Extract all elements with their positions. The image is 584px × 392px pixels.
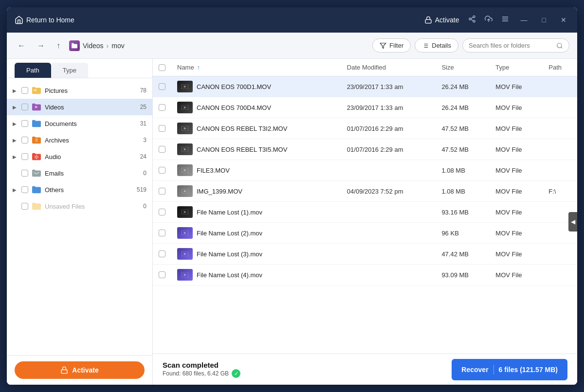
row-type-cell: MOV File xyxy=(490,181,543,202)
close-button[interactable]: ✕ xyxy=(558,14,569,26)
scroll-arrow[interactable]: ◀ xyxy=(568,212,577,232)
folder-archives-icon xyxy=(31,136,42,144)
row-checkbox[interactable] xyxy=(159,146,165,153)
table-row[interactable]: CANON EOS REBEL T3I5.MOV 01/07/2016 2:29… xyxy=(153,139,577,160)
table-row[interactable]: File Name Lost (4).mov 93.09 MB MOV File xyxy=(153,265,577,285)
minimize-button[interactable]: — xyxy=(518,14,530,26)
breadcrumb-parent[interactable]: Videos xyxy=(83,42,104,50)
filter-button[interactable]: Filter xyxy=(372,38,411,53)
th-size[interactable]: Size xyxy=(436,59,490,76)
filter-icon xyxy=(380,42,386,49)
table-header-row: Name ↑ Date Modified Size T xyxy=(153,59,577,76)
row-checkbox-cell xyxy=(153,97,171,118)
share-icon[interactable] xyxy=(468,15,476,25)
row-size-cell: 1.08 MB xyxy=(436,181,490,202)
sidebar-item-emails[interactable]: ▶ Emails 0 xyxy=(7,165,152,181)
th-name[interactable]: Name ↑ xyxy=(171,59,341,76)
row-checkbox[interactable] xyxy=(159,271,165,278)
sidebar-item-unsaved[interactable]: ▶ Unsaved Files 0 xyxy=(7,198,152,214)
home-icon xyxy=(15,16,23,24)
check-audio[interactable] xyxy=(21,153,28,160)
svg-rect-0 xyxy=(425,19,431,23)
back-button[interactable]: ← xyxy=(15,39,28,52)
table-row[interactable]: File Name Lost (1).mov 93.16 MB MOV File xyxy=(153,202,577,223)
sidebar-item-pictures[interactable]: ▶ Pictures 78 xyxy=(7,82,152,99)
film-icon xyxy=(182,251,188,256)
sidebar-item-audio[interactable]: ▶ Audio 24 xyxy=(7,148,152,165)
upload-icon[interactable] xyxy=(485,15,493,25)
file-size: 47.42 MB xyxy=(441,250,469,258)
row-checkbox[interactable] xyxy=(159,83,165,90)
count-videos: 25 xyxy=(140,104,146,110)
sidebar: Path Type ▶ Pictures 78 xyxy=(7,59,153,385)
check-archives[interactable] xyxy=(21,137,28,143)
search-input[interactable] xyxy=(469,42,553,49)
file-rows: CANON EOS 700D1.MOV 23/09/2017 1:33 am 2… xyxy=(153,76,577,285)
row-path-cell xyxy=(543,76,577,97)
check-videos[interactable] xyxy=(21,104,28,110)
svg-line-18 xyxy=(561,47,563,48)
svg-marker-25 xyxy=(184,85,187,88)
table-row[interactable]: File Name Lost (2).mov 96 KB MOV File xyxy=(153,223,577,244)
sidebar-item-documents[interactable]: ▶ Documents 31 xyxy=(7,115,152,132)
check-emails[interactable] xyxy=(21,170,28,177)
sidebar-item-others[interactable]: ▶ Others 519 xyxy=(7,181,152,198)
home-button[interactable]: Return to Home xyxy=(15,16,74,24)
table-row[interactable]: CANON EOS 700D4.MOV 23/09/2017 1:33 am 2… xyxy=(153,97,577,118)
row-checkbox[interactable] xyxy=(159,250,165,257)
film-icon xyxy=(182,272,188,277)
filter-label: Filter xyxy=(389,42,403,49)
search-box[interactable] xyxy=(462,38,569,53)
recover-button[interactable]: Recover 6 files (121.57 MB) xyxy=(452,359,567,380)
breadcrumb: Videos › mov xyxy=(69,40,366,51)
table-row[interactable]: File Name Lost (3).mov 47.42 MB MOV File xyxy=(153,244,577,265)
th-date[interactable]: Date Modified xyxy=(341,59,436,76)
activate-sidebar-button[interactable]: Activate xyxy=(15,361,145,379)
row-checkbox[interactable] xyxy=(159,188,165,195)
file-size: 26.24 MB xyxy=(441,83,469,90)
row-name-cell: File Name Lost (1).mov xyxy=(171,202,341,223)
file-type: MOV File xyxy=(495,230,522,237)
check-unsaved[interactable] xyxy=(21,203,28,210)
file-name: FILE3.MOV xyxy=(197,167,230,174)
table-row[interactable]: IMG_1399.MOV 04/09/2023 7:52 pm 1.08 MB … xyxy=(153,181,577,202)
table-row[interactable]: CANON EOS 700D1.MOV 23/09/2017 1:33 am 2… xyxy=(153,76,577,97)
row-checkbox[interactable] xyxy=(159,167,165,174)
forward-button[interactable]: → xyxy=(34,39,48,52)
tab-path[interactable]: Path xyxy=(15,63,51,78)
film-icon xyxy=(182,210,188,214)
file-date: 04/09/2023 7:52 pm xyxy=(347,188,403,195)
sidebar-item-videos[interactable]: ▶ Videos 25 xyxy=(7,99,152,115)
count-audio: 24 xyxy=(140,153,146,160)
activate-title-label: Activate xyxy=(435,16,459,24)
expand-videos-icon: ▶ xyxy=(13,105,18,110)
activate-title-button[interactable]: Activate xyxy=(424,16,459,24)
maximize-button[interactable]: □ xyxy=(539,14,549,26)
folder-others-icon xyxy=(31,185,42,194)
recover-size-label: 6 files (121.57 MB) xyxy=(499,366,558,374)
th-type[interactable]: Type xyxy=(490,59,543,76)
check-documents[interactable] xyxy=(21,120,28,127)
check-others[interactable] xyxy=(21,186,28,193)
select-all-checkbox[interactable] xyxy=(159,64,165,71)
sidebar-item-archives[interactable]: ▶ Archives 3 xyxy=(7,132,152,148)
table-row[interactable]: FILE3.MOV 1.08 MB MOV File xyxy=(153,160,577,181)
row-checkbox[interactable] xyxy=(159,125,165,132)
menu-icon[interactable] xyxy=(501,15,509,25)
folder-audio-icon xyxy=(31,152,42,161)
table-row[interactable]: CANON EOS REBEL T3I2.MOV 01/07/2016 2:29… xyxy=(153,118,577,139)
check-pictures[interactable] xyxy=(21,87,28,94)
file-name: File Name Lost (4).mov xyxy=(197,271,262,279)
details-label: Details xyxy=(432,42,451,49)
svg-rect-22 xyxy=(35,141,37,142)
details-button[interactable]: Details xyxy=(415,38,458,53)
row-checkbox[interactable] xyxy=(159,230,165,236)
up-button[interactable]: ↑ xyxy=(54,39,63,52)
row-checkbox-cell xyxy=(153,139,171,160)
row-checkbox[interactable] xyxy=(159,209,165,215)
th-path[interactable]: Path xyxy=(543,59,577,76)
row-checkbox[interactable] xyxy=(159,104,165,111)
home-label: Return to Home xyxy=(26,16,74,24)
file-name: CANON EOS REBEL T3I5.MOV xyxy=(197,146,287,153)
tab-type[interactable]: Type xyxy=(51,63,88,78)
